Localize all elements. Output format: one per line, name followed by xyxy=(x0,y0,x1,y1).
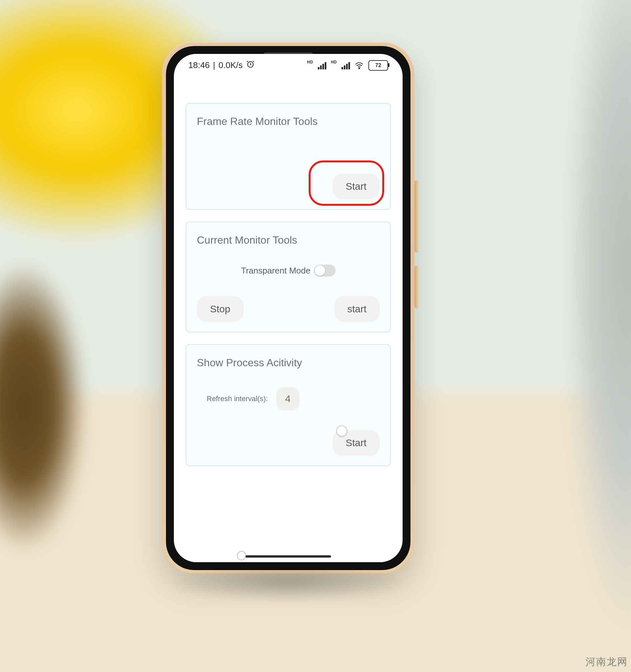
transparent-mode-label: Transparent Mode xyxy=(241,266,310,276)
process-activity-card: Show Process Acitivity Refresh interval(… xyxy=(186,344,391,466)
statusbar-net-speed: 0.0K/s xyxy=(219,60,243,70)
phone-frame: 18:46 | 0.0K/s HD xyxy=(162,42,414,574)
wifi-icon xyxy=(355,62,364,69)
alarm-icon xyxy=(246,60,255,71)
svg-point-1 xyxy=(359,68,360,69)
card-title: Show Process Acitivity xyxy=(197,357,380,369)
app-body: Frame Rate Monitor Tools Start Current M… xyxy=(174,75,403,476)
statusbar-time: 18:46 xyxy=(188,60,210,70)
phone-bezel: 18:46 | 0.0K/s HD xyxy=(166,46,411,570)
gesture-dot-icon xyxy=(237,551,246,560)
signal-icon xyxy=(341,62,350,69)
status-bar-right: HD HD xyxy=(307,60,388,71)
watermark: 河南龙网 xyxy=(586,655,628,669)
frame-rate-monitor-card: Frame Rate Monitor Tools Start xyxy=(186,103,391,210)
battery-icon: 72 xyxy=(368,60,388,71)
refresh-interval-label: Refresh interval(s): xyxy=(207,394,268,403)
floating-knob-icon xyxy=(336,426,347,437)
transparent-mode-toggle[interactable] xyxy=(314,265,336,277)
card-title: Current Monitor Tools xyxy=(197,234,380,246)
current-stop-button[interactable]: Stop xyxy=(197,296,244,322)
current-start-button[interactable]: start xyxy=(334,296,380,322)
refresh-interval-value[interactable]: 4 xyxy=(276,387,299,410)
phone-side-button xyxy=(414,180,418,253)
current-monitor-card: Current Monitor Tools Transparent Mode S… xyxy=(186,222,391,332)
phone-screen: 18:46 | 0.0K/s HD xyxy=(174,54,403,562)
frame-rate-start-button[interactable]: Start xyxy=(333,174,380,199)
hd-indicator: HD xyxy=(331,60,337,65)
statusbar-separator: | xyxy=(213,60,215,70)
phone-side-button xyxy=(414,266,418,308)
gesture-nav-bar[interactable] xyxy=(245,555,331,558)
status-bar-left: 18:46 | 0.0K/s xyxy=(188,60,255,71)
hd-indicator: HD xyxy=(307,60,313,65)
signal-icon xyxy=(318,62,326,69)
toggle-knob xyxy=(315,265,325,276)
battery-level: 72 xyxy=(375,63,381,68)
card-title: Frame Rate Monitor Tools xyxy=(197,115,380,127)
status-bar: 18:46 | 0.0K/s HD xyxy=(174,54,403,75)
